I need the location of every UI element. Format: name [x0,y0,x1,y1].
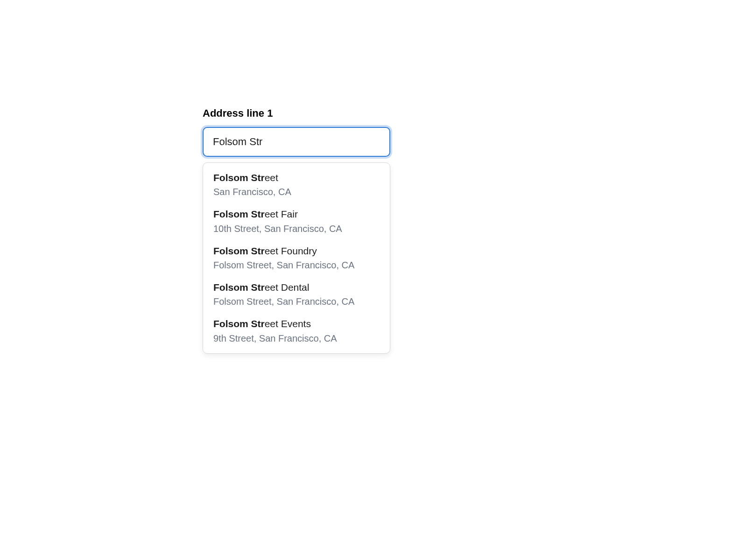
suggestion-item[interactable]: Folsom Street San Francisco, CA [203,167,390,203]
suggestion-rest-text: eet Events [265,318,311,329]
address-line-1-label: Address line 1 [203,107,390,119]
suggestion-subtitle: San Francisco, CA [213,185,380,198]
suggestion-item[interactable]: Folsom Street Dental Folsom Street, San … [203,276,390,313]
address-line-1-input[interactable] [203,127,390,157]
suggestion-subtitle: 10th Street, San Francisco, CA [213,222,380,235]
input-wrapper [203,127,390,157]
suggestion-item[interactable]: Folsom Street Foundry Folsom Street, San… [203,240,390,276]
suggestion-item[interactable]: Folsom Street Fair 10th Street, San Fran… [203,203,390,239]
autocomplete-dropdown: Folsom Street San Francisco, CA Folsom S… [203,162,390,354]
suggestion-title: Folsom Street Dental [213,281,380,294]
suggestion-subtitle: Folsom Street, San Francisco, CA [213,259,380,272]
suggestion-title: Folsom Street Foundry [213,245,380,258]
suggestion-match-text: Folsom Str [213,282,265,293]
suggestion-match-text: Folsom Str [213,245,265,256]
suggestion-title: Folsom Street Events [213,317,380,330]
suggestion-rest-text: eet [265,172,278,183]
suggestion-match-text: Folsom Str [213,209,265,219]
suggestion-title: Folsom Street Fair [213,208,380,221]
suggestion-rest-text: eet Dental [265,282,310,293]
suggestion-match-text: Folsom Str [213,172,265,183]
suggestion-item[interactable]: Folsom Street Events 9th Street, San Fra… [203,313,390,349]
suggestion-rest-text: eet Fair [265,209,298,219]
suggestion-subtitle: 9th Street, San Francisco, CA [213,332,380,345]
suggestion-rest-text: eet Foundry [265,245,317,256]
suggestion-match-text: Folsom Str [213,318,265,329]
address-autocomplete: Address line 1 Folsom Street San Francis… [203,107,390,354]
suggestion-title: Folsom Street [213,171,380,184]
suggestion-subtitle: Folsom Street, San Francisco, CA [213,295,380,308]
